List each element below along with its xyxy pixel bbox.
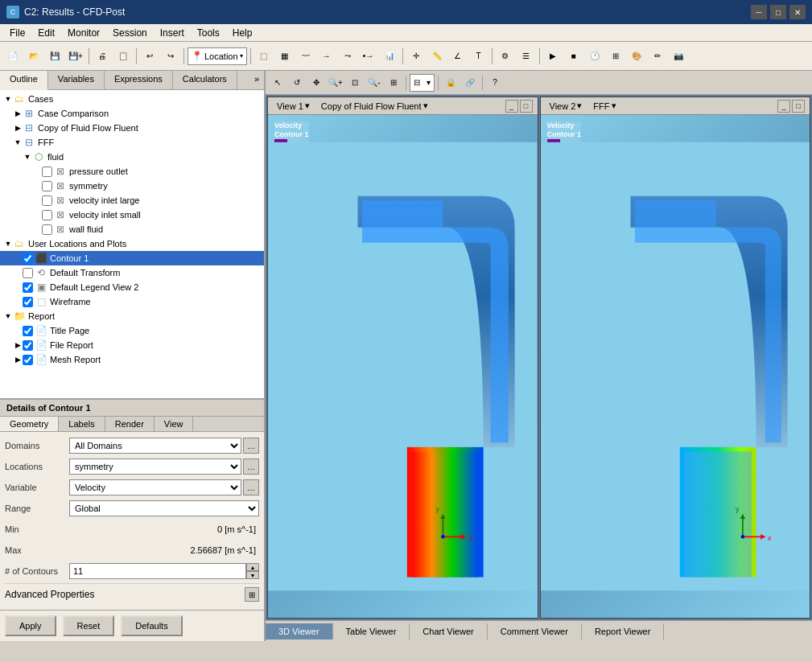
minimize-button[interactable]: ─ [751,5,767,19]
save-button[interactable]: 💾 [45,47,64,66]
check-file-report[interactable] [23,340,33,351]
reset-button[interactable]: Reset [63,615,115,636]
streamline-button[interactable]: ⤳ [338,47,357,66]
arrow-fluid[interactable]: ▼ [23,153,32,161]
camera-button[interactable]: 📷 [669,47,688,66]
view2-minimize[interactable]: _ [777,100,790,113]
check-wireframe[interactable] [23,297,33,307]
zoom-fit-button[interactable]: ⊡ [346,74,364,92]
tree-item-fff[interactable]: ▼ ⊟ FFF [0,135,264,150]
range-select[interactable]: Global [69,500,259,516]
advanced-properties[interactable]: Advanced Properties ⊞ [5,583,259,605]
menu-session[interactable]: Session [106,26,154,40]
tree-item-cases[interactable]: ▼ 🗂 Cases [0,92,264,106]
zoom-out-button[interactable]: 🔍- [365,74,383,92]
tree-item-fluid[interactable]: ▼ ⬡ fluid [0,150,264,164]
title-controls[interactable]: ─ □ ✕ [751,5,806,19]
arrow-fff[interactable]: ▼ [13,138,23,146]
clock-button[interactable]: 🕐 [585,47,604,66]
stop-button[interactable]: ■ [564,47,583,66]
locations-select[interactable]: symmetry [69,458,241,475]
view1-maximize[interactable]: □ [520,100,533,113]
menu-monitor[interactable]: Monitor [61,26,106,40]
check-vel-inlet-small[interactable] [42,210,52,220]
link-button[interactable]: 🔗 [461,74,479,92]
details-tab-view[interactable]: View [155,417,194,431]
view1-case-button[interactable]: Copy of Fluid Flow Fluent ▾ [317,99,432,113]
panel-tab-more[interactable]: » [249,71,264,89]
arrow-mesh-report[interactable]: ▶ [13,356,23,364]
view2-case-button[interactable]: FFF ▾ [589,99,620,113]
arrow-report[interactable]: ▼ [3,312,13,320]
spinner-down-button[interactable]: ▼ [246,571,259,579]
wireframe-button[interactable]: ⬚ [254,47,274,66]
tree-item-default-transform[interactable]: ⟲ Default Transform [0,265,264,280]
tree-item-file-report[interactable]: ▶ 📄 File Report [0,338,264,352]
text-button[interactable]: T [469,47,488,66]
check-title-page[interactable] [23,326,33,336]
pan-button[interactable]: ✥ [307,74,325,92]
check-default-transform[interactable] [23,268,33,278]
details-tab-geometry[interactable]: Geometry [0,417,59,431]
tree-item-report[interactable]: ▼ 📁 Report [0,309,264,323]
tree-item-contour1[interactable]: ⬛ Contour 1 [0,251,264,265]
tree-item-copy-fluid[interactable]: ▶ ⊟ Copy of Fluid Flow Fluent [0,121,264,135]
bottom-tab-table[interactable]: Table Viewer [333,623,410,639]
bottom-tab-comment[interactable]: Comment Viewer [488,623,582,639]
apply-button[interactable]: Apply [5,615,56,636]
check-vel-inlet-large[interactable] [42,195,52,206]
view1-minimize[interactable]: _ [505,100,518,113]
contour-button[interactable]: 〰 [296,47,315,66]
new-button[interactable]: 📄 [3,47,23,66]
close-button[interactable]: ✕ [789,5,806,19]
arrow-cases[interactable]: ▼ [3,95,13,103]
check-mesh-report[interactable] [23,355,33,365]
location-dropdown[interactable]: 📍 Location ▾ [188,47,247,65]
menu-tools[interactable]: Tools [191,26,226,40]
variable-select[interactable]: Velocity [69,479,241,495]
options-button[interactable]: ☰ [517,47,536,66]
zoom-in-button[interactable]: 🔍+ [327,74,344,92]
tree-item-wireframe[interactable]: ⬚ Wireframe [0,294,264,309]
angle-button[interactable]: ∠ [448,47,468,66]
surface-button[interactable]: ▦ [275,47,295,66]
check-pressure-outlet[interactable] [42,167,52,177]
axis-button[interactable]: ✛ [406,47,426,66]
tab-calculators[interactable]: Calculators [173,71,237,89]
sync-cameras-button[interactable]: ⊟ [410,75,423,91]
particle-button[interactable]: •→ [359,47,378,66]
view1-title-button[interactable]: View 1 ▾ [273,99,314,113]
view1-cfd[interactable]: VelocityContour 1 2.567e+00 2.310e+00 2.… [268,115,538,618]
tree-item-vel-inlet-large[interactable]: ⊠ velocity inlet large [0,193,264,208]
bottom-tab-chart[interactable]: Chart Viewer [410,623,487,639]
maximize-button[interactable]: □ [770,5,786,19]
tree-item-mesh-report[interactable]: ▶ 📄 Mesh Report [0,352,264,367]
tree-item-title-page[interactable]: 📄 Title Page [0,323,264,338]
menu-edit[interactable]: Edit [31,26,61,40]
tab-variables[interactable]: Variables [48,71,105,89]
rotate-button[interactable]: ↺ [288,74,306,92]
tree-item-vel-inlet-small[interactable]: ⊠ velocity inlet small [0,208,264,222]
tree-item-user-locations[interactable]: ▼ 🗂 User Locations and Plots [0,236,264,251]
run-button[interactable]: ▶ [543,47,563,66]
view2-title-button[interactable]: View 2 ▾ [546,99,587,113]
domains-edit-button[interactable]: … [243,438,259,454]
vector-button[interactable]: → [317,47,336,66]
print2-button[interactable]: 📋 [113,47,133,66]
locations-edit-button[interactable]: … [243,458,259,475]
table-button[interactable]: ⊞ [606,47,625,66]
menu-help[interactable]: Help [226,26,259,40]
num-contours-input[interactable]: 11 [69,563,246,579]
variable-edit-button[interactable]: … [243,479,259,495]
tab-outline[interactable]: Outline [0,71,48,90]
arrow-user-locations[interactable]: ▼ [3,240,13,248]
spinner-up-button[interactable]: ▲ [246,563,259,571]
menu-file[interactable]: File [3,26,31,40]
select-button[interactable]: ↖ [269,74,286,92]
adv-props-toggle[interactable]: ⊞ [245,587,259,602]
print-button[interactable]: 🖨 [93,47,112,66]
check-contour1[interactable] [23,253,33,264]
check-symmetry[interactable] [42,181,52,191]
save-as-button[interactable]: 💾+ [66,47,85,66]
ruler-button[interactable]: 📏 [427,47,447,66]
